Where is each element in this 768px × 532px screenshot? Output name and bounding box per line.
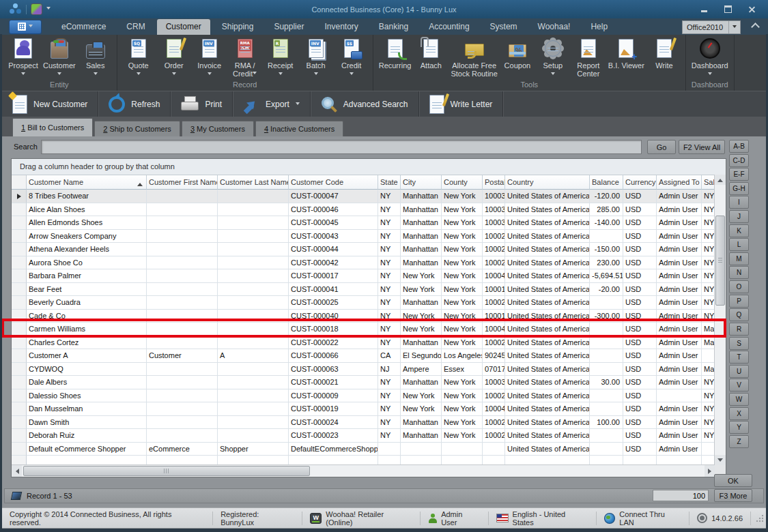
toolbar-item-new-customer[interactable]: New Customer	[2, 91, 98, 117]
row-indicator-cell[interactable]	[12, 310, 27, 323]
grid-cell[interactable]: CUST-000041	[289, 283, 378, 297]
grid-cell[interactable]: 10002	[483, 336, 505, 350]
grid-cell[interactable]: NY	[702, 296, 715, 310]
status-item-14-0-2-66[interactable]: 14.0.2.66	[689, 512, 751, 525]
table-row[interactable]: Barbara PalmerCUST-000017NYNew YorkNew Y…	[12, 269, 715, 283]
toolbar-item-print[interactable]: Print	[171, 91, 233, 117]
alpha-filter-g-h[interactable]: G-H	[729, 182, 749, 195]
grid-cell[interactable]: USD	[623, 296, 657, 310]
row-indicator-cell[interactable]	[12, 349, 27, 363]
ribbon-item-dashboard[interactable]: Dashboard	[689, 37, 730, 78]
grid-cell[interactable]: Admin User	[657, 429, 702, 443]
grid-cell[interactable]	[218, 376, 289, 389]
grid-cell[interactable]: Admin User	[657, 349, 702, 363]
grid-cell[interactable]: Admin User	[657, 216, 702, 230]
alpha-filter-p[interactable]: P	[729, 295, 749, 308]
ribbon-item-recurring[interactable]: Recurring	[377, 37, 414, 70]
grid-cell[interactable]	[702, 443, 715, 456]
grid-cell[interactable]: United States of America	[505, 336, 590, 350]
grid-cell[interactable]: Manhattan	[401, 216, 442, 230]
grid-cell[interactable]: Dawn Smith	[27, 416, 147, 430]
grid-cell[interactable]: CA	[378, 349, 401, 363]
column-header-assigned-to[interactable]: Assigned To	[657, 175, 702, 190]
grid-cell[interactable]: NY	[702, 243, 715, 256]
row-indicator-cell[interactable]	[12, 429, 27, 443]
grid-cell[interactable]: NY	[702, 203, 715, 217]
grid-cell[interactable]: 10003	[483, 376, 505, 389]
restore-button[interactable]	[719, 3, 737, 14]
grid-cell[interactable]: Manhattan	[401, 296, 442, 310]
grid-cell[interactable]: Manhattan	[401, 376, 442, 389]
table-row[interactable]: CYDWOQCUST-000063NJAmpereEssex07017Unite…	[12, 363, 715, 376]
grid-cell[interactable]: New York	[442, 323, 483, 336]
row-indicator-cell[interactable]	[12, 296, 27, 310]
status-item-woohaa-retailer-online[interactable]: Woohaa! Retailer (Online)	[302, 512, 421, 525]
grid-cell[interactable]	[218, 336, 289, 350]
table-row[interactable]: Carmen WilliamsCUST-000018NYNew YorkNew …	[12, 323, 715, 336]
grid-cell[interactable]: USD	[623, 203, 657, 217]
grid-cell[interactable]: 10003	[483, 216, 505, 230]
grid-cell[interactable]	[147, 389, 218, 403]
column-header-country[interactable]: Country	[505, 175, 590, 190]
scroll-up-button[interactable]	[715, 175, 726, 185]
grid-cell[interactable]: NY	[378, 256, 401, 270]
grid-cell[interactable]: NY	[378, 402, 401, 416]
alpha-filter-s[interactable]: S	[729, 337, 749, 350]
grid-cell[interactable]: USD	[623, 349, 657, 363]
grid-cell[interactable]: Shopper	[218, 443, 289, 456]
alpha-filter-q[interactable]: Q	[729, 308, 749, 321]
grid-cell[interactable]: United States of America	[505, 230, 590, 243]
grid-cell[interactable]: USD	[623, 310, 657, 323]
alpha-filter-z[interactable]: Z	[729, 435, 749, 448]
grid-cell[interactable]: New York	[401, 389, 442, 403]
grid-cell[interactable]: USD	[623, 336, 657, 350]
grid-cell[interactable]: CUST-000021	[289, 376, 378, 389]
grid-cell[interactable]: New York	[442, 389, 483, 403]
grid-cell[interactable]: 10002	[483, 416, 505, 430]
table-row[interactable]: 8 Tribes FootwearCUST-000047NYManhattanN…	[12, 190, 715, 203]
row-indicator-cell[interactable]	[12, 256, 27, 270]
grid-cell[interactable]	[218, 323, 289, 336]
horizontal-scroll-thumb[interactable]	[23, 466, 310, 476]
row-indicator-cell[interactable]	[12, 402, 27, 416]
row-indicator-cell[interactable]	[12, 283, 27, 297]
grid-cell[interactable]	[218, 363, 289, 376]
grid-cell[interactable]: New York	[442, 283, 483, 297]
alpha-filter-c-d[interactable]: C-D	[729, 154, 749, 167]
grid-cell[interactable]: NY	[378, 429, 401, 443]
grid-cell[interactable]	[147, 376, 218, 389]
grid-cell[interactable]: eCommerce	[147, 443, 218, 456]
grid-cell[interactable]: New York	[401, 310, 442, 323]
grid-cell[interactable]: USD	[623, 190, 657, 203]
grid-cell[interactable]: 8 Tribes Footwear	[27, 190, 147, 203]
grid-cell[interactable]	[147, 190, 218, 203]
grid-cell[interactable]: Athena Alexander Heels	[27, 243, 147, 256]
grid-cell[interactable]	[401, 443, 442, 456]
grid-cell[interactable]: New York	[442, 376, 483, 389]
grid-cell[interactable]: USD	[623, 389, 657, 403]
table-row[interactable]: Bear FeetCUST-000041NYNew YorkNew York10…	[12, 283, 715, 297]
grid-cell[interactable]	[147, 269, 218, 283]
tab-ship-to-customers[interactable]: 2Ship to Customers	[94, 121, 180, 136]
table-row[interactable]: Deborah RuizCUST-000023NYManhattanNew Yo…	[12, 429, 715, 443]
grid-cell[interactable]: USD	[623, 363, 657, 376]
menu-tab-banking[interactable]: Banking	[370, 20, 417, 33]
grid-cell[interactable]: New York	[401, 402, 442, 416]
toolbar-item-export[interactable]: Export	[233, 91, 311, 117]
table-row[interactable]: Aurora Shoe CoCUST-000042NYManhattanNew …	[12, 256, 715, 270]
alpha-filter-r[interactable]: R	[729, 323, 749, 336]
application-menu-button[interactable]	[9, 20, 42, 34]
grid-cell[interactable]: Admin User	[657, 363, 702, 376]
grid-cell[interactable]: United States of America	[505, 216, 590, 230]
grid-cell[interactable]	[590, 363, 623, 376]
grid-cell[interactable]: A	[218, 349, 289, 363]
ribbon-item-customer[interactable]: Customer	[41, 37, 78, 78]
ribbon-item-attach[interactable]: Attach	[413, 37, 449, 70]
ribbon-item-sales[interactable]: Sales	[78, 37, 113, 78]
grid-cell[interactable]: Mar	[702, 336, 715, 350]
grid-cell[interactable]: Admin User	[657, 402, 702, 416]
grid-cell[interactable]: CUST-000018	[289, 323, 378, 336]
scroll-left-button[interactable]	[12, 465, 22, 477]
table-row[interactable]: Beverly CuadraCUST-000025NYManhattanNew …	[12, 296, 715, 310]
grid-cell[interactable]	[147, 216, 218, 230]
